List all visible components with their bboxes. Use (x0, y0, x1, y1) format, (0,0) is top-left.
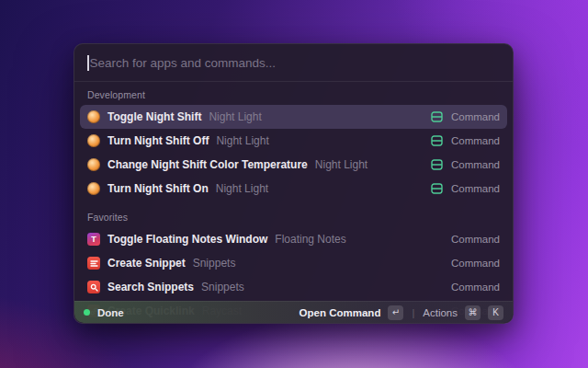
snippet-lines-icon (87, 257, 100, 270)
command-panel-icon (431, 183, 444, 195)
results-list: DevelopmentToggle Night ShiftNight Light… (74, 82, 513, 323)
status-text: Done (97, 307, 124, 318)
command-panel-icon (431, 159, 444, 171)
section-header: Favorites (80, 201, 507, 227)
open-command-button[interactable]: Open Command (300, 307, 381, 318)
item-subtitle: Floating Notes (275, 233, 345, 246)
actions-button[interactable]: Actions (423, 307, 458, 318)
statusbar-separator: | (411, 307, 415, 318)
item-type-label: Command (451, 183, 500, 194)
list-item[interactable]: Toggle Night ShiftNight LightCommand (80, 105, 507, 129)
list-item[interactable]: Change Night Shift Color TemperatureNigh… (80, 153, 507, 177)
status-dot-icon (84, 309, 90, 316)
item-title: Toggle Floating Notes Window (107, 233, 267, 246)
item-title: Toggle Night Shift (107, 110, 201, 123)
night-shift-icon (87, 134, 100, 147)
section-header: Development (80, 84, 507, 105)
desktop: { "window": { "search": { "placeholder":… (0, 0, 588, 368)
item-title: Search Snippets (107, 281, 194, 293)
item-subtitle: Night Light (209, 110, 261, 123)
item-type-label: Command (451, 234, 500, 245)
item-subtitle: Night Light (216, 182, 268, 195)
status-bar: Done Open Command ↵ | Actions ⌘ K (74, 301, 513, 323)
floating-notes-icon: T (87, 233, 100, 246)
command-panel-icon (431, 111, 444, 123)
cmd-key-icon: ⌘ (465, 305, 481, 320)
text-caret (87, 55, 89, 71)
item-type-label: Command (451, 111, 500, 122)
item-subtitle: Night Light (216, 134, 268, 147)
night-shift-icon (87, 182, 100, 195)
item-title: Turn Night Shift On (107, 182, 209, 195)
section-development: DevelopmentToggle Night ShiftNight Light… (80, 84, 507, 201)
item-subtitle: Snippets (193, 257, 236, 270)
search-bar[interactable] (74, 44, 513, 81)
item-title: Create Snippet (107, 257, 186, 270)
command-panel-icon (431, 135, 444, 147)
raycast-launcher-window: DevelopmentToggle Night ShiftNight Light… (74, 43, 514, 324)
list-item[interactable]: Search SnippetsSnippetsCommand (80, 275, 507, 299)
item-type-label: Command (451, 135, 500, 146)
item-type-label: Command (451, 282, 500, 293)
item-subtitle: Snippets (201, 281, 244, 293)
item-type-label: Command (451, 159, 500, 170)
k-key-icon: K (488, 305, 503, 320)
item-type-label: Command (451, 258, 500, 269)
night-shift-icon (87, 158, 100, 171)
item-subtitle: Night Light (315, 158, 368, 171)
snippet-search-icon (87, 281, 100, 293)
search-input[interactable] (90, 56, 501, 70)
item-title: Change Night Shift Color Temperature (107, 158, 308, 171)
enter-key-icon: ↵ (388, 305, 403, 320)
list-item[interactable]: TToggle Floating Notes WindowFloating No… (80, 227, 507, 251)
item-title: Turn Night Shift Off (107, 134, 209, 147)
list-item[interactable]: Turn Night Shift OnNight LightCommand (80, 177, 507, 201)
night-shift-icon (87, 110, 100, 123)
list-item[interactable]: Create SnippetSnippetsCommand (80, 251, 507, 275)
list-item[interactable]: Turn Night Shift OffNight LightCommand (80, 129, 507, 153)
